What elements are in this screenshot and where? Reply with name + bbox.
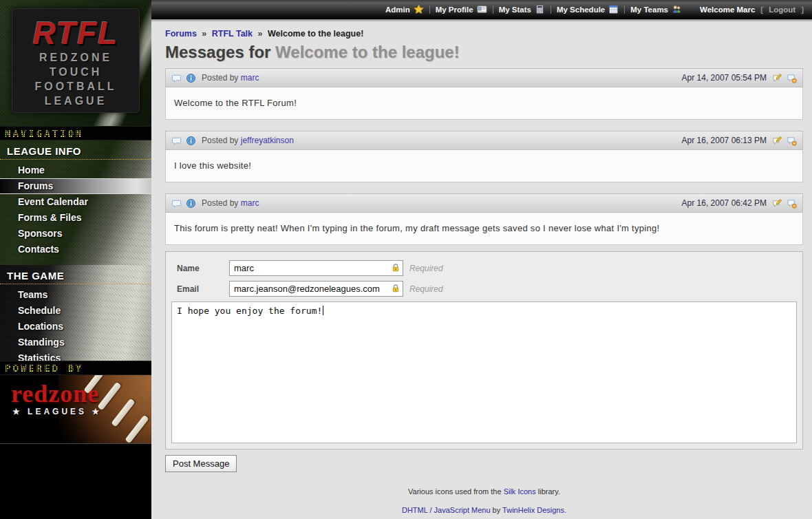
sidebar-item-sponsors[interactable]: Sponsors [0,226,151,242]
post-form: Name Required Email Required I hope you [165,251,803,449]
required-note: Required [409,260,443,273]
message-post: Posted by marc Apr 16, 2007 06:42 PM Thi… [165,193,803,245]
topbar-my-schedule-link[interactable]: My Schedule [557,4,619,16]
sidebar-item-teams[interactable]: Teams [0,287,151,303]
email-input[interactable] [229,281,403,297]
name-field-wrap [229,260,403,276]
comment-icon [171,198,182,209]
post-message-button[interactable]: Post Message [165,455,237,472]
topbar-divider [624,6,625,14]
vcard-icon [477,4,487,16]
message-body: This forum is pretty neat! When I'm typi… [165,213,803,245]
footer-text: by [493,506,501,514]
page: RTFL REDZONE TOUCH FOOTBALL LEAGUE NAVIG… [0,0,812,519]
edit-comment-icon[interactable] [772,73,782,83]
logout-link[interactable]: Logout [769,6,795,14]
footer-line-icons: Various icons used from the Silk Icons l… [165,487,803,496]
author-link[interactable]: marc [241,198,259,208]
football-lace [125,415,149,444]
edit-comment-icon[interactable] [772,136,782,146]
sidebar-header: RTFL REDZONE TOUCH FOOTBALL LEAGUE [0,0,151,126]
info-icon[interactable] [186,198,196,209]
dhtml-menu-link[interactable]: DHTML / JavaScript Menu [402,506,491,514]
comment-icon [171,73,182,83]
topbar-divider [493,6,493,14]
main-area: Admin My Profile My Stats My Schedule My… [151,0,812,519]
sidebar-item-schedule[interactable]: Schedule [0,303,151,319]
message-header: Posted by marc Apr 16, 2007 06:42 PM [165,193,803,213]
breadcrumb-forums-link[interactable]: Forums [165,29,197,39]
email-row: Email Required [171,281,797,297]
email-field-wrap [229,281,403,297]
silk-icons-link[interactable]: Silk Icons [504,487,536,496]
content: Forums » RTFL Talk » Welcome to the leag… [151,22,812,519]
name-row: Name Required [171,260,797,276]
calculator-icon [535,4,545,16]
footer: Various icons used from the Silk Icons l… [165,487,803,514]
info-icon[interactable] [186,136,196,146]
draft-text: I hope you enjoy the forum! [177,306,322,316]
topbar-divider [551,6,551,14]
topbar-my-teams-link[interactable]: My Teams [630,4,682,16]
breadcrumb-rtfl-talk-link[interactable]: RTFL Talk [212,29,253,39]
sidebar-item-forms-files[interactable]: Forms & Files [0,210,151,226]
redzone-leagues-logo[interactable]: redzone ★ LEAGUES ★ [0,375,151,444]
redzone-wordmark: redzone [0,375,151,407]
sidebar-item-locations[interactable]: Locations [0,319,151,335]
edit-comment-icon[interactable] [772,198,782,209]
sidebar-item-event-calendar[interactable]: Event Calendar [0,194,151,210]
sidebar-item-home[interactable]: Home [0,162,151,178]
message-body: Welcome to the RTFL Forum! [165,87,803,120]
name-label: Name [177,260,229,273]
league-logo[interactable]: RTFL REDZONE TOUCH FOOTBALL LEAGUE [12,8,140,113]
topbar-my-teams-label: My Teams [630,6,668,14]
posted-by: Posted by marc [202,198,259,208]
led-grid-overlay [0,127,151,140]
posted-by: Posted by marc [202,73,259,83]
message-date: Apr 16, 2007 06:42 PM [682,198,767,208]
nav-section-title: THE GAME [0,265,151,284]
delete-comment-icon[interactable] [787,198,797,209]
sidebar-item-contacts[interactable]: Contacts [0,242,151,257]
breadcrumb-separator: » [258,29,263,39]
sidebar-item-standings[interactable]: Standings [0,335,151,350]
message-date: Apr 16, 2007 06:13 PM [682,136,767,145]
breadcrumb-current: Welcome to the league! [268,29,363,39]
topbar-my-stats-link[interactable]: My Stats [499,4,545,16]
sidebar: RTFL REDZONE TOUCH FOOTBALL LEAGUE NAVIG… [0,0,151,519]
message-header: Posted by jeffreyatkinson Apr 16, 2007 0… [165,131,803,150]
posted-by-label: Posted by [202,73,238,83]
footer-text: library. [538,487,560,496]
page-title-prefix: Messages for [165,43,270,61]
topbar-admin-link[interactable]: Admin [385,4,424,16]
message-body: I love this website! [165,150,803,182]
delete-comment-icon[interactable] [787,73,797,83]
twinhelix-link[interactable]: TwinHelix Designs. [502,506,566,514]
message-textarea[interactable]: I hope you enjoy the forum! [171,301,797,443]
name-input[interactable] [229,260,403,276]
led-grid-overlay [0,361,151,374]
author-link[interactable]: jeffreyatkinson [241,136,294,145]
email-label: Email [177,281,229,294]
star-icon [414,4,424,16]
calendar-icon [608,4,619,16]
logout-bracket: [ [760,6,763,14]
topbar-my-stats-label: My Stats [499,6,531,14]
sidebar-filler [0,444,151,519]
author-link[interactable]: marc [241,73,259,83]
required-note: Required [409,281,443,294]
text-caret [323,306,323,315]
footer-text: Various icons used from the [408,487,502,496]
footer-line-menu: DHTML / JavaScript Menu by TwinHelix Des… [165,506,803,514]
lock-icon [391,284,400,293]
message-header: Posted by marc Apr 14, 2007 05:54 PM [165,68,803,87]
sidebar-item-forums[interactable]: Forums [0,178,151,194]
delete-comment-icon[interactable] [787,136,797,146]
lock-icon [391,263,400,273]
welcome-text: Welcome Marc [700,6,755,14]
page-title-topic: Welcome to the league! [275,43,460,61]
message-post: Posted by marc Apr 14, 2007 05:54 PM Wel… [165,68,803,120]
message-post: Posted by jeffreyatkinson Apr 16, 2007 0… [165,131,803,182]
info-icon[interactable] [186,73,196,83]
topbar-my-profile-link[interactable]: My Profile [436,4,487,16]
